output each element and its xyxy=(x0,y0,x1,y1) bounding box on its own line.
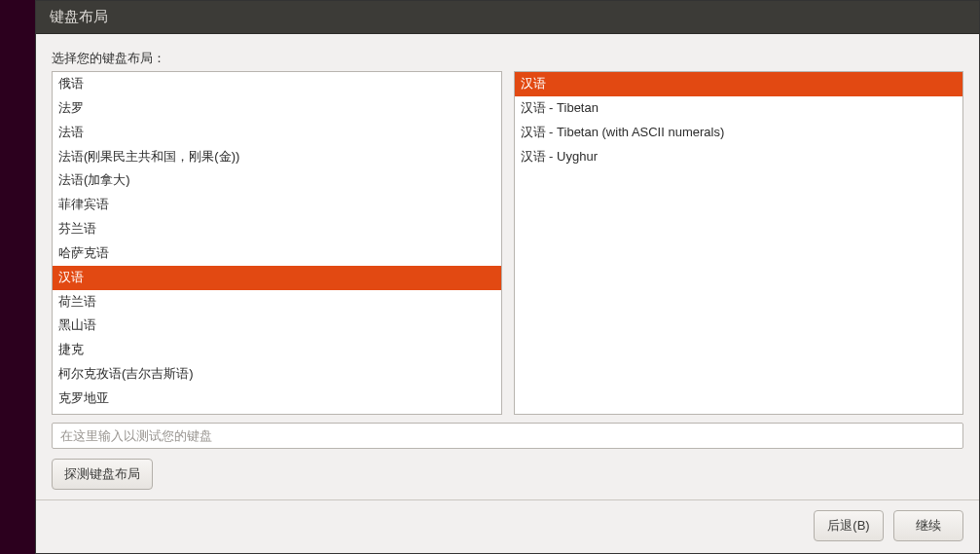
layout-list[interactable]: 俄语法罗法语法语(刚果民主共和国，刚果(金))法语(加拿大)菲律宾语芬兰语哈萨克… xyxy=(52,71,502,415)
variant-item[interactable]: 汉语 - Uyghur xyxy=(515,145,963,169)
footer: 后退(B) 继续 xyxy=(36,499,979,553)
variant-item[interactable]: 汉语 - Tibetan (with ASCII numerals) xyxy=(515,121,963,145)
continue-button[interactable]: 继续 xyxy=(893,510,963,541)
variant-item[interactable]: 汉语 xyxy=(515,72,963,96)
keyboard-test-input[interactable] xyxy=(52,423,963,449)
layout-item[interactable]: 拉脱维亚 xyxy=(53,411,501,415)
layout-item[interactable]: 黑山语 xyxy=(53,314,501,338)
layout-item[interactable]: 荷兰语 xyxy=(53,290,501,314)
layout-item[interactable]: 法语 xyxy=(53,121,501,145)
detect-row: 探测键盘布局 xyxy=(52,459,963,490)
layout-item[interactable]: 菲律宾语 xyxy=(53,193,501,217)
variant-list[interactable]: 汉语汉语 - Tibetan汉语 - Tibetan (with ASCII n… xyxy=(514,71,964,415)
back-button[interactable]: 后退(B) xyxy=(814,510,884,541)
layout-item[interactable]: 法语(刚果民主共和国，刚果(金)) xyxy=(53,145,501,169)
layout-item[interactable]: 哈萨克语 xyxy=(53,241,501,266)
layout-panes: 俄语法罗法语法语(刚果民主共和国，刚果(金))法语(加拿大)菲律宾语芬兰语哈萨克… xyxy=(52,71,963,415)
layout-item[interactable]: 克罗地亚 xyxy=(53,387,501,411)
prompt-label: 选择您的键盘布局： xyxy=(52,50,963,67)
layout-item[interactable]: 芬兰语 xyxy=(53,217,501,241)
test-row xyxy=(52,423,963,449)
content-area: 选择您的键盘布局： 俄语法罗法语法语(刚果民主共和国，刚果(金))法语(加拿大)… xyxy=(36,34,979,499)
layout-item[interactable]: 法罗 xyxy=(53,96,501,121)
variant-item[interactable]: 汉语 - Tibetan xyxy=(515,96,963,121)
layout-item[interactable]: 柯尔克孜语(吉尔吉斯语) xyxy=(53,362,501,387)
installer-window: 键盘布局 选择您的键盘布局： 俄语法罗法语法语(刚果民主共和国，刚果(金))法语… xyxy=(35,0,980,554)
window-title: 键盘布局 xyxy=(36,1,979,34)
layout-item[interactable]: 法语(加拿大) xyxy=(53,168,501,193)
layout-item[interactable]: 捷克 xyxy=(53,338,501,362)
detect-layout-button[interactable]: 探测键盘布局 xyxy=(52,459,153,490)
layout-item[interactable]: 汉语 xyxy=(53,266,501,290)
layout-item[interactable]: 俄语 xyxy=(53,72,501,96)
